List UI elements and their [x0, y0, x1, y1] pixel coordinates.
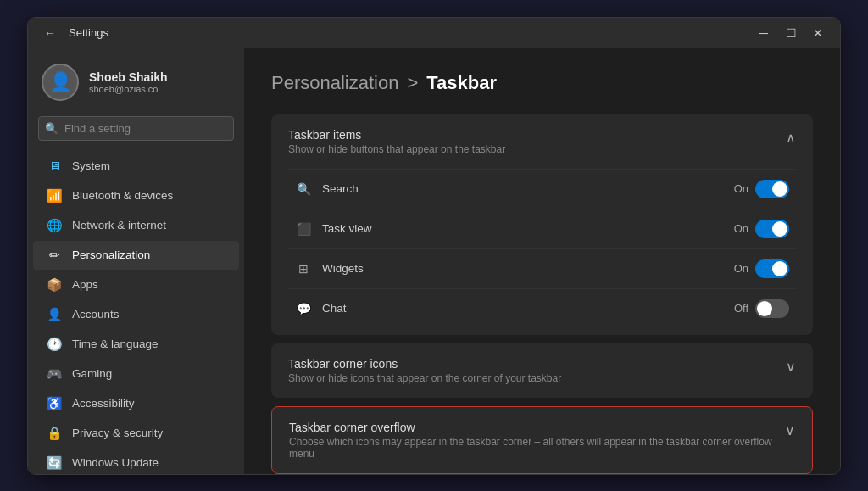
- sidebar-item-bluetooth[interactable]: 📶 Bluetooth & devices: [33, 181, 239, 210]
- nav-label-time: Time & language: [72, 338, 159, 350]
- section-taskbar-items: Taskbar items Show or hide buttons that …: [271, 114, 813, 335]
- nav-icon-personalization: ✏: [47, 248, 62, 263]
- setting-row-taskview: ⬛ Task view On: [288, 209, 796, 248]
- toggle-taskview[interactable]: [755, 220, 789, 238]
- nav-icon-privacy: 🔒: [47, 426, 62, 441]
- setting-status-widgets: On: [734, 262, 748, 275]
- section-taskbar-corner-icons: Taskbar corner icons Show or hide icons …: [271, 343, 813, 398]
- section-header-text-taskbar-items: Taskbar items Show or hide buttons that …: [288, 128, 505, 155]
- section-chevron-taskbar-corner-overflow: ∨: [785, 422, 795, 438]
- sidebar-item-apps[interactable]: 📦 Apps: [33, 271, 239, 299]
- minimize-button[interactable]: ─: [752, 21, 776, 45]
- nav-icon-gaming: 🎮: [47, 366, 62, 382]
- user-name: Shoeb Shaikh: [89, 70, 168, 84]
- main-content: Personalization > Taskbar Taskbar items …: [244, 48, 840, 474]
- section-header-taskbar-corner-overflow[interactable]: Taskbar corner overflow Choose which ico…: [272, 407, 812, 473]
- setting-status-search: On: [734, 182, 748, 195]
- nav-label-network: Network & internet: [72, 219, 166, 232]
- nav-label-bluetooth: Bluetooth & devices: [72, 189, 173, 202]
- setting-row-chat: 💬 Chat Off: [288, 288, 796, 328]
- settings-window: ← Settings ─ ☐ ✕ 👤 Shoeb Shaikh shoeb@oz…: [27, 17, 841, 475]
- section-desc-taskbar-corner-overflow: Choose which icons may appear in the tas…: [289, 436, 785, 460]
- sidebar: 👤 Shoeb Shaikh shoeb@ozias.co 🔍 🖥 System…: [28, 48, 244, 474]
- sections-list: Taskbar items Show or hide buttons that …: [271, 114, 813, 474]
- setting-icon-chat: 💬: [295, 300, 312, 317]
- setting-status-taskview: On: [734, 222, 748, 235]
- titlebar: ← Settings ─ ☐ ✕: [28, 18, 840, 48]
- user-email: shoeb@ozias.co: [89, 84, 168, 94]
- section-header-text-taskbar-corner-icons: Taskbar corner icons Show or hide icons …: [288, 357, 561, 384]
- close-button[interactable]: ✕: [806, 21, 830, 45]
- toggle-thumb-widgets: [772, 261, 787, 276]
- search-icon: 🔍: [45, 122, 58, 135]
- setting-label-search: Search: [322, 182, 359, 195]
- section-chevron-taskbar-items: ∧: [786, 130, 796, 146]
- titlebar-title: Settings: [69, 26, 108, 39]
- nav-icon-accounts: 👤: [47, 307, 62, 322]
- setting-status-chat: Off: [734, 302, 748, 315]
- toggle-search[interactable]: [755, 180, 789, 198]
- section-desc-taskbar-corner-icons: Show or hide icons that appear on the co…: [288, 372, 561, 384]
- avatar-icon: 👤: [49, 71, 72, 93]
- section-chevron-taskbar-corner-icons: ∨: [786, 359, 796, 375]
- nav-icon-accessibility: ♿: [47, 396, 62, 411]
- nav-icon-system: 🖥: [47, 159, 62, 174]
- nav-icon-bluetooth: 📶: [47, 188, 62, 204]
- section-desc-taskbar-items: Show or hide buttons that appear on the …: [288, 143, 505, 155]
- sidebar-item-personalization[interactable]: ✏ Personalization: [33, 241, 239, 270]
- sidebar-item-gaming[interactable]: 🎮 Gaming: [33, 360, 239, 388]
- search-box: 🔍: [38, 116, 234, 141]
- setting-icon-search: 🔍: [295, 181, 312, 198]
- section-title-taskbar-corner-icons: Taskbar corner icons: [288, 357, 561, 371]
- toggle-thumb-taskview: [772, 221, 787, 237]
- toggle-thumb-search: [772, 181, 787, 197]
- nav-label-system: System: [72, 159, 110, 172]
- section-header-taskbar-items[interactable]: Taskbar items Show or hide buttons that …: [271, 114, 813, 169]
- section-body-taskbar-items: 🔍 Search On ⬛ Task view: [271, 169, 813, 335]
- nav-list: 🖥 System 📶 Bluetooth & devices 🌐 Network…: [28, 151, 244, 474]
- sidebar-item-privacy[interactable]: 🔒 Privacy & security: [33, 419, 239, 448]
- nav-icon-network: 🌐: [47, 218, 62, 233]
- sidebar-item-system[interactable]: 🖥 System: [33, 152, 239, 181]
- sidebar-item-network[interactable]: 🌐 Network & internet: [33, 211, 239, 240]
- user-info: Shoeb Shaikh shoeb@ozias.co: [89, 70, 168, 94]
- sidebar-item-time[interactable]: 🕐 Time & language: [33, 330, 239, 359]
- setting-label-chat: Chat: [322, 302, 347, 315]
- sidebar-item-update[interactable]: 🔄 Windows Update: [33, 449, 239, 474]
- setting-label-taskview: Task view: [322, 222, 372, 235]
- nav-label-gaming: Gaming: [72, 367, 112, 380]
- page-title: Taskbar: [426, 72, 497, 94]
- user-section: 👤 Shoeb Shaikh shoeb@ozias.co: [28, 48, 244, 113]
- setting-icon-taskview: ⬛: [295, 220, 312, 237]
- sidebar-item-accounts[interactable]: 👤 Accounts: [33, 300, 239, 329]
- nav-icon-time: 🕐: [47, 337, 62, 352]
- section-header-taskbar-corner-icons[interactable]: Taskbar corner icons Show or hide icons …: [271, 343, 813, 398]
- avatar: 👤: [42, 64, 79, 101]
- search-input[interactable]: [38, 116, 234, 141]
- nav-label-update: Windows Update: [72, 456, 159, 469]
- section-title-taskbar-items: Taskbar items: [288, 128, 505, 142]
- toggle-widgets[interactable]: [755, 259, 789, 278]
- page-header: Personalization > Taskbar: [271, 72, 813, 94]
- setting-row-widgets: ⊞ Widgets On: [288, 248, 796, 288]
- nav-icon-apps: 📦: [47, 277, 62, 293]
- nav-label-accounts: Accounts: [72, 308, 120, 321]
- sidebar-item-accessibility[interactable]: ♿ Accessibility: [33, 389, 239, 418]
- back-button[interactable]: ←: [38, 21, 62, 45]
- setting-row-search: 🔍 Search On: [288, 169, 796, 209]
- nav-label-privacy: Privacy & security: [72, 427, 163, 439]
- setting-label-widgets: Widgets: [322, 262, 364, 275]
- titlebar-controls: ─ ☐ ✕: [752, 21, 830, 45]
- titlebar-left: ← Settings: [38, 21, 108, 45]
- maximize-button[interactable]: ☐: [779, 21, 803, 45]
- toggle-chat[interactable]: [755, 299, 789, 318]
- breadcrumb: Personalization: [271, 72, 398, 94]
- nav-label-accessibility: Accessibility: [72, 397, 135, 410]
- section-header-text-taskbar-corner-overflow: Taskbar corner overflow Choose which ico…: [289, 421, 785, 460]
- nav-icon-update: 🔄: [47, 455, 62, 471]
- setting-icon-widgets: ⊞: [295, 260, 312, 277]
- section-taskbar-corner-overflow: Taskbar corner overflow Choose which ico…: [271, 406, 813, 474]
- app-content: 👤 Shoeb Shaikh shoeb@ozias.co 🔍 🖥 System…: [28, 48, 840, 474]
- nav-label-personalization: Personalization: [72, 248, 150, 261]
- toggle-thumb-chat: [757, 301, 772, 316]
